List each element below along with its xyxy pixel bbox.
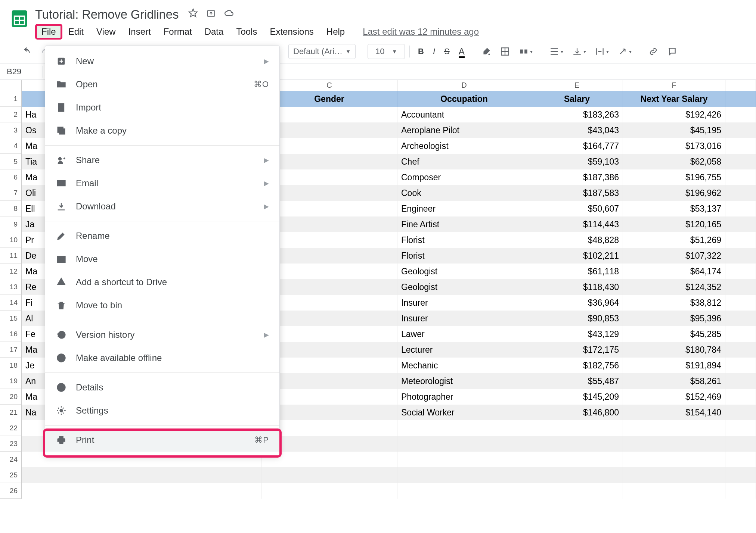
cell[interactable]: $164,777 (531, 138, 623, 154)
cell[interactable]: $45,285 (623, 326, 725, 342)
cell[interactable] (725, 248, 756, 264)
cell[interactable]: $95,396 (623, 311, 725, 326)
cell[interactable] (22, 483, 261, 499)
cell[interactable]: ale (261, 311, 397, 326)
menu-file[interactable]: File (35, 24, 62, 40)
file-menu-move[interactable]: Move (45, 247, 279, 271)
undo-button[interactable] (18, 44, 35, 59)
document-title[interactable]: Tutorial: Remove Gridlines (35, 5, 179, 22)
cell[interactable]: ale (261, 358, 397, 373)
row-header[interactable]: 8 (0, 201, 21, 216)
row-header[interactable]: 4 (0, 138, 21, 154)
cell[interactable] (725, 279, 756, 295)
cell[interactable]: $196,755 (623, 169, 725, 185)
menu-tools[interactable]: Tools (231, 24, 262, 39)
cell[interactable] (725, 216, 756, 232)
cell[interactable] (725, 373, 756, 389)
cell[interactable] (725, 264, 756, 279)
row-header[interactable]: 12 (0, 264, 21, 279)
cell[interactable] (725, 389, 756, 405)
cell[interactable] (623, 467, 725, 483)
file-menu-move-to-bin[interactable]: Move to bin (45, 294, 279, 317)
cell[interactable]: Social Worker (397, 405, 531, 420)
cell[interactable] (725, 420, 756, 436)
cell[interactable]: Fine Artist (397, 216, 531, 232)
file-menu-print[interactable]: Print ⌘P (45, 428, 279, 452)
name-box[interactable]: B29 (4, 65, 41, 78)
cell[interactable] (22, 467, 261, 483)
cell[interactable] (725, 185, 756, 201)
row-header[interactable]: 7 (0, 185, 21, 201)
cell[interactable] (725, 436, 756, 452)
cell[interactable]: $173,016 (623, 138, 725, 154)
insert-comment-button[interactable] (663, 44, 681, 59)
menu-extensions[interactable]: Extensions (264, 24, 319, 39)
file-menu-settings[interactable]: Settings (45, 399, 279, 422)
row-header[interactable]: 25 (0, 467, 21, 483)
cell[interactable]: $62,058 (623, 154, 725, 169)
cell[interactable]: ale (261, 154, 397, 169)
row-header[interactable]: 11 (0, 248, 21, 264)
cell[interactable]: $192,426 (623, 107, 725, 122)
column-header[interactable] (725, 80, 756, 91)
insert-link-button[interactable] (645, 44, 662, 59)
cell[interactable]: ale (261, 405, 397, 420)
cell[interactable] (725, 311, 756, 326)
cell[interactable] (261, 483, 397, 499)
cell[interactable]: $61,118 (531, 264, 623, 279)
menu-format[interactable]: Format (158, 24, 197, 39)
font-family-select[interactable]: Default (Ari…▼ (288, 44, 356, 59)
cell[interactable]: ale (261, 264, 397, 279)
cell[interactable]: $102,211 (531, 248, 623, 264)
cell[interactable] (725, 107, 756, 122)
cell[interactable] (725, 326, 756, 342)
row-header[interactable]: 21 (0, 405, 21, 420)
cell[interactable]: ale (261, 107, 397, 122)
cell[interactable] (725, 201, 756, 216)
cell[interactable] (725, 154, 756, 169)
cell[interactable] (725, 467, 756, 483)
cell[interactable] (623, 483, 725, 499)
cell[interactable]: Cook (397, 185, 531, 201)
row-header[interactable]: 14 (0, 295, 21, 311)
cell[interactable] (725, 138, 756, 154)
cell[interactable]: $48,828 (531, 232, 623, 248)
text-wrap-button[interactable]: ▾ (591, 44, 613, 59)
cell[interactable]: ale (261, 295, 397, 311)
cell[interactable] (725, 122, 756, 138)
cell[interactable] (725, 452, 756, 467)
cell[interactable] (397, 467, 531, 483)
cell[interactable]: $187,386 (531, 169, 623, 185)
cell[interactable]: Geologist (397, 279, 531, 295)
file-menu-make-copy[interactable]: Make a copy (45, 119, 279, 142)
row-header[interactable]: 10 (0, 232, 21, 248)
cell[interactable] (623, 452, 725, 467)
cell[interactable] (725, 405, 756, 420)
cell[interactable]: $107,322 (623, 248, 725, 264)
cell[interactable]: ale (261, 373, 397, 389)
cell[interactable]: $53,137 (623, 201, 725, 216)
menu-insert[interactable]: Insert (123, 24, 156, 39)
cell[interactable] (261, 467, 397, 483)
cell[interactable] (725, 232, 756, 248)
menu-data[interactable]: Data (199, 24, 229, 39)
row-header[interactable]: 2 (0, 107, 21, 122)
cell[interactable] (725, 358, 756, 373)
file-menu-open[interactable]: Open ⌘O (45, 73, 279, 96)
cell[interactable]: Insurer (397, 311, 531, 326)
cell[interactable]: $182,756 (531, 358, 623, 373)
row-header[interactable]: 6 (0, 169, 21, 185)
cell[interactable]: Gender (261, 91, 397, 107)
cell[interactable]: e (261, 326, 397, 342)
cell[interactable] (397, 436, 531, 452)
cell[interactable]: ale (261, 201, 397, 216)
merge-cells-button[interactable]: ▾ (515, 44, 536, 59)
row-header[interactable]: 15 (0, 311, 21, 326)
cloud-status-icon[interactable] (224, 8, 234, 20)
text-color-button[interactable]: A (455, 44, 468, 59)
file-menu-download[interactable]: Download ▶ (45, 195, 279, 218)
row-header[interactable]: 9 (0, 216, 21, 232)
cell[interactable] (531, 420, 623, 436)
row-header[interactable]: 19 (0, 373, 21, 389)
row-header[interactable]: 5 (0, 154, 21, 169)
